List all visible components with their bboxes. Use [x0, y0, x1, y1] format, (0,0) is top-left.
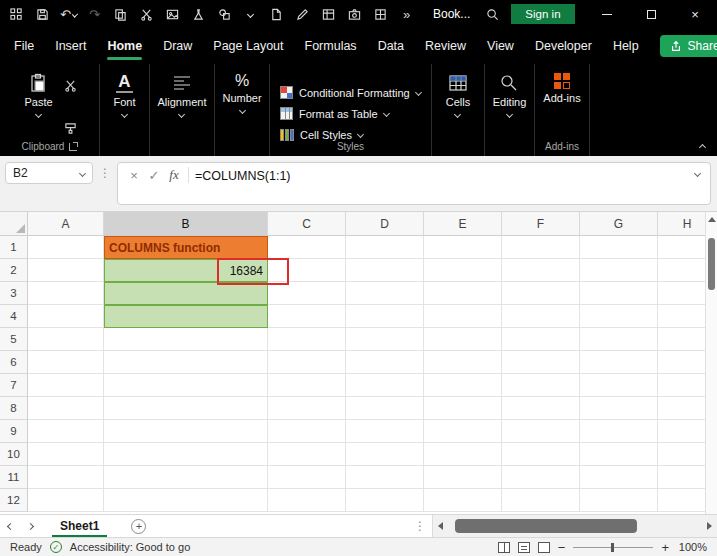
- cell-C1[interactable]: [268, 236, 346, 259]
- cell-D12[interactable]: [346, 489, 424, 512]
- cell-B8[interactable]: [104, 397, 268, 420]
- row-header-3[interactable]: 3: [0, 282, 28, 305]
- cell-D5[interactable]: [346, 328, 424, 351]
- row-header-4[interactable]: 4: [0, 305, 28, 328]
- zoom-in-icon[interactable]: +: [661, 541, 669, 554]
- cell-F10[interactable]: [502, 443, 580, 466]
- column-header-E[interactable]: E: [424, 212, 502, 236]
- pen-icon[interactable]: [294, 4, 311, 24]
- cell-A11[interactable]: [28, 466, 104, 489]
- row-header-12[interactable]: 12: [0, 489, 28, 512]
- undo-icon[interactable]: ↶: [60, 4, 77, 24]
- zoom-level[interactable]: 100%: [677, 541, 707, 553]
- cell-E6[interactable]: [424, 351, 502, 374]
- cell-B9[interactable]: [104, 420, 268, 443]
- cell-C5[interactable]: [268, 328, 346, 351]
- tab-help[interactable]: Help: [613, 28, 639, 64]
- cell-D9[interactable]: [346, 420, 424, 443]
- close-button[interactable]: ×: [673, 0, 717, 28]
- scrollbar-options-icon[interactable]: ⋮: [408, 519, 432, 533]
- cell-E10[interactable]: [424, 443, 502, 466]
- cell-D4[interactable]: [346, 305, 424, 328]
- share-button[interactable]: Share: [660, 35, 717, 57]
- editing-button[interactable]: Editing: [487, 71, 533, 156]
- scroll-left-icon[interactable]: [438, 522, 443, 530]
- cell-E5[interactable]: [424, 328, 502, 351]
- cell-E11[interactable]: [424, 466, 502, 489]
- shapes-icon[interactable]: [216, 4, 233, 24]
- cell-E4[interactable]: [424, 305, 502, 328]
- cell-A1[interactable]: [28, 236, 104, 259]
- cell-G12[interactable]: [580, 489, 658, 512]
- cell-F7[interactable]: [502, 374, 580, 397]
- cell-C6[interactable]: [268, 351, 346, 374]
- clipboard-dialog-launcher-icon[interactable]: [69, 143, 77, 151]
- cell-B11[interactable]: [104, 466, 268, 489]
- tab-data[interactable]: Data: [378, 28, 404, 64]
- cell-G7[interactable]: [580, 374, 658, 397]
- enter-icon[interactable]: ✓: [144, 165, 164, 185]
- cell-G10[interactable]: [580, 443, 658, 466]
- vertical-scrollbar[interactable]: [705, 212, 717, 514]
- cell-E9[interactable]: [424, 420, 502, 443]
- column-header-G[interactable]: G: [580, 212, 658, 236]
- cell-C11[interactable]: [268, 466, 346, 489]
- select-all-corner[interactable]: [0, 212, 28, 236]
- number-button[interactable]: % Number: [216, 71, 267, 156]
- chevron-down-icon[interactable]: [242, 4, 259, 24]
- row-header-2[interactable]: 2: [0, 259, 28, 282]
- cell-C12[interactable]: [268, 489, 346, 512]
- search-icon[interactable]: [484, 4, 501, 24]
- cell-C8[interactable]: [268, 397, 346, 420]
- cell-F8[interactable]: [502, 397, 580, 420]
- column-header-B[interactable]: B: [104, 212, 268, 236]
- cell-F9[interactable]: [502, 420, 580, 443]
- cell-G2[interactable]: [580, 259, 658, 282]
- format-as-table-button[interactable]: Format as Table: [280, 103, 389, 124]
- cell-A6[interactable]: [28, 351, 104, 374]
- picture-icon[interactable]: [164, 4, 181, 24]
- cell-A9[interactable]: [28, 420, 104, 443]
- cell-A12[interactable]: [28, 489, 104, 512]
- cell-C10[interactable]: [268, 443, 346, 466]
- add-sheet-button[interactable]: +: [131, 519, 146, 534]
- column-header-A[interactable]: A: [28, 212, 104, 236]
- cell-B7[interactable]: [104, 374, 268, 397]
- cell-A4[interactable]: [28, 305, 104, 328]
- cut-small-icon[interactable]: [61, 75, 81, 95]
- cell-F12[interactable]: [502, 489, 580, 512]
- conditional-formatting-button[interactable]: Conditional Formatting: [280, 82, 421, 103]
- view-normal-icon[interactable]: [498, 542, 510, 553]
- cell-B6[interactable]: [104, 351, 268, 374]
- formula-input[interactable]: × ✓ fx =COLUMNS(1:1): [117, 162, 711, 205]
- row-header-5[interactable]: 5: [0, 328, 28, 351]
- cell-C9[interactable]: [268, 420, 346, 443]
- cell-D2[interactable]: [346, 259, 424, 282]
- cell-E12[interactable]: [424, 489, 502, 512]
- tab-review[interactable]: Review: [425, 28, 466, 64]
- cell-A7[interactable]: [28, 374, 104, 397]
- camera-icon[interactable]: [346, 4, 363, 24]
- cell-G3[interactable]: [580, 282, 658, 305]
- row-header-6[interactable]: 6: [0, 351, 28, 374]
- cell-C2[interactable]: [268, 259, 346, 282]
- column-header-C[interactable]: C: [268, 212, 346, 236]
- formula-bar-expand-icon[interactable]: [694, 170, 701, 177]
- zoom-thumb[interactable]: [611, 543, 614, 552]
- format-painter-icon[interactable]: [61, 118, 81, 138]
- cell-G5[interactable]: [580, 328, 658, 351]
- sheet-tab-sheet1[interactable]: Sheet1: [46, 515, 113, 537]
- row-header-9[interactable]: 9: [0, 420, 28, 443]
- cell-D10[interactable]: [346, 443, 424, 466]
- tab-file[interactable]: File: [14, 28, 34, 64]
- cell-E1[interactable]: [424, 236, 502, 259]
- cell-B1[interactable]: COLUMNS function: [104, 236, 268, 259]
- cell-B5[interactable]: [104, 328, 268, 351]
- column-header-D[interactable]: D: [346, 212, 424, 236]
- row-header-11[interactable]: 11: [0, 466, 28, 489]
- cell-D11[interactable]: [346, 466, 424, 489]
- horizontal-scroll-thumb[interactable]: [455, 519, 637, 533]
- cell-C7[interactable]: [268, 374, 346, 397]
- cell-F4[interactable]: [502, 305, 580, 328]
- cell-E7[interactable]: [424, 374, 502, 397]
